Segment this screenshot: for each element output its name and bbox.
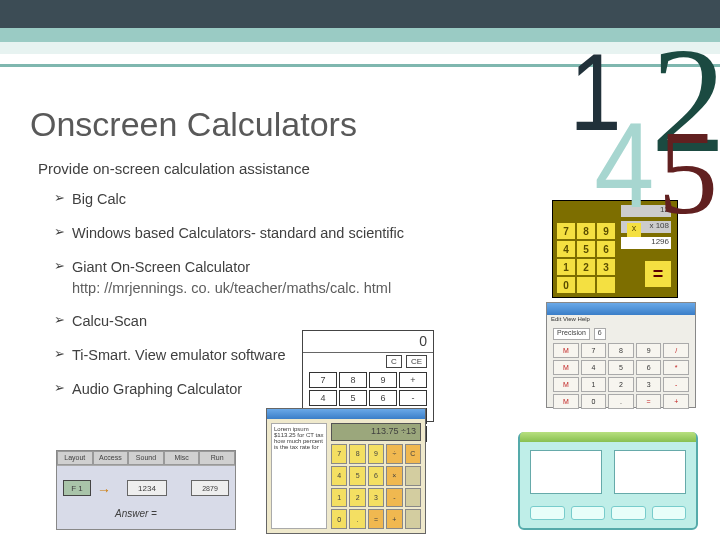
button-row (530, 506, 686, 520)
calc-keypad: 789÷C 456× 123- 0.=+ (331, 444, 421, 529)
page-title: Onscreen Calculators (30, 105, 357, 144)
calc-equals: = (645, 261, 671, 287)
menu-bar: Edit View Help (547, 315, 695, 325)
tab-row: LayoutAccessSoundMiscRun (57, 451, 235, 465)
bullet-label: Windows based Calculators- standard and … (72, 225, 404, 241)
decor-number-1: 1 (569, 28, 621, 155)
bullet-label: Giant On-Screen Calculator (72, 259, 250, 275)
list-item: Calcu-Scan (54, 312, 424, 331)
titlebar (520, 432, 696, 442)
list-item: Giant On-Screen Calculator http: //mrjen… (54, 258, 424, 298)
list-item: Windows based Calculators- standard and … (54, 224, 424, 243)
calc-keypad: M789/ M456* M123- M0.=+ (553, 343, 689, 409)
list-item: Big Calc (54, 190, 424, 209)
windows-calc-illustration: Edit View Help Precision6 M789/ M456* M1… (546, 302, 696, 408)
panel (530, 450, 602, 494)
calcu-scan-illustration: LayoutAccessSoundMiscRun F 1 → 1234 2879… (56, 450, 236, 530)
page-subtitle: Provide on-screen calculation assistance (38, 160, 310, 177)
bullet-label: Big Calc (72, 191, 126, 207)
titlebar (267, 409, 425, 419)
answer-label: Answer = (115, 508, 157, 519)
bullet-label: Calcu-Scan (72, 313, 147, 329)
bullet-label: Ti-Smart. View emulator software (72, 347, 286, 363)
precision-row: Precision6 (553, 328, 689, 340)
arrow-icon: → (97, 482, 111, 498)
titlebar (547, 303, 695, 315)
f1-button: F 1 (63, 480, 91, 496)
calc-display: 0 (303, 331, 433, 353)
clear-row: CCE (303, 353, 433, 370)
ti-smartview-illustration: Lorem ipsum $113.25 for CT tax how much … (266, 408, 426, 534)
value-box: 1234 (127, 480, 167, 496)
problem-text: Lorem ipsum $113.25 for CT tax how much … (271, 423, 327, 529)
result-box: 2879 (191, 480, 229, 496)
bullet-link: http: //mrjennings. co. uk/teacher/maths… (72, 279, 424, 298)
audio-graphing-illustration (518, 432, 698, 530)
bullet-label: Audio Graphing Calculator (72, 381, 242, 397)
panel (614, 450, 686, 494)
decor-number-5: 5 (658, 104, 718, 242)
calc-display: 113.75 ÷13 (331, 423, 421, 441)
